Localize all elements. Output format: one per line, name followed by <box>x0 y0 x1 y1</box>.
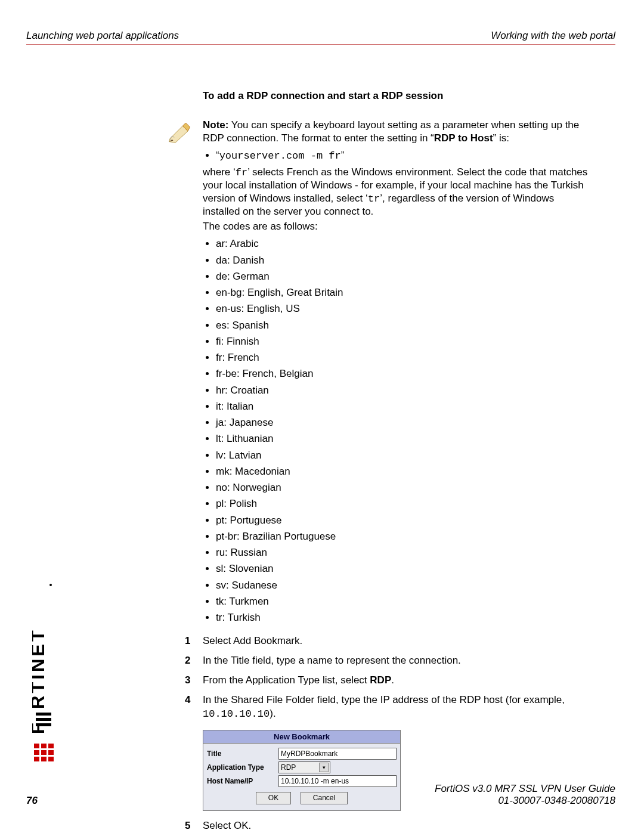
code-list-item: pt-br: Brazilian Portuguese <box>216 530 590 543</box>
code-list-item: sv: Sudanese <box>216 579 590 592</box>
svg-rect-2 <box>48 744 54 748</box>
example-line: “yourserver.com -m fr” <box>216 149 590 162</box>
code-list-item: ar: Arabic <box>216 237 590 250</box>
note-icon <box>167 119 192 144</box>
code-list-item: lt: Lithuanian <box>216 432 590 445</box>
header-left: Launching web portal applications <box>26 30 179 42</box>
code-list-item: es: Spanish <box>216 319 590 332</box>
code-list-item: pl: Polish <box>216 497 590 510</box>
svg-text:F: F <box>32 720 48 734</box>
step-number: 1 <box>185 634 203 648</box>
bm-title-label: Title <box>207 749 278 758</box>
note-text-2: ” is: <box>493 132 509 144</box>
code-list-item: ru: Russian <box>216 546 590 559</box>
svg-rect-1 <box>41 744 47 748</box>
bookmark-header: New Bookmark <box>203 730 400 744</box>
example-code: yourserver.com -m fr <box>219 150 341 162</box>
step-number: 5 <box>185 819 203 833</box>
svg-rect-5 <box>48 750 54 755</box>
step: 4In the Shared File Folder field, type t… <box>185 693 590 721</box>
code-list-item: en-us: English, US <box>216 302 590 315</box>
svg-rect-10 <box>36 713 51 716</box>
code-list-item: mk: Macedonian <box>216 465 590 478</box>
svg-rect-3 <box>34 750 39 755</box>
step-text: In the Shared File Folder field, type th… <box>203 693 590 721</box>
svg-rect-4 <box>41 750 47 755</box>
svg-rect-12 <box>36 723 51 726</box>
step: 3From the Application Type list, select … <box>185 674 590 688</box>
bm-apptype-select[interactable]: RDP ▾ <box>278 761 330 773</box>
footer-guide: FortiOS v3.0 MR7 SSL VPN User Guide <box>435 783 615 795</box>
step-text: Select Add Bookmark. <box>203 634 590 648</box>
section-title: To add a RDP connection and start a RDP … <box>203 89 590 102</box>
header-rule <box>26 44 615 45</box>
bm-title-input[interactable]: MyRDPBookmark <box>278 748 397 760</box>
step-number: 4 <box>185 693 203 721</box>
step-number: 2 <box>185 654 203 668</box>
code-list-item: fi: Finnish <box>216 335 590 348</box>
note-block: Note: You can specify a keyboard layout … <box>203 119 590 628</box>
footer-docnum: 01-30007-0348-20080718 <box>435 795 615 807</box>
code-list-item: no: Norwegian <box>216 481 590 494</box>
bm-apptype-label: Application Type <box>207 763 278 772</box>
code-list-item: hr: Croatian <box>216 384 590 397</box>
step-number: 3 <box>185 674 203 688</box>
step-text: From the Application Type list, select R… <box>203 674 590 688</box>
svg-text:RTINET: RTINET <box>32 628 48 709</box>
fortinet-logo: F RTINET <box>32 573 56 764</box>
header-right: Working with the web portal <box>491 30 615 42</box>
code-list-item: pt: Portuguese <box>216 514 590 527</box>
note-label: Note: <box>203 119 228 131</box>
code-list-item: fr: French <box>216 351 590 364</box>
footer-info: FortiOS v3.0 MR7 SSL VPN User Guide 01-3… <box>435 783 615 807</box>
code-list: ar: Arabicda: Danishde: Germanen-bg: Eng… <box>216 237 590 624</box>
chevron-down-icon: ▾ <box>319 763 329 772</box>
code-list-item: tk: Turkmen <box>216 595 590 608</box>
svg-rect-8 <box>48 757 54 761</box>
code-list-item: fr-be: French, Belgian <box>216 367 590 380</box>
note-text-1: You can specify a keyboard layout settin… <box>203 119 579 143</box>
where-block: where ‘fr’ selects French as the Windows… <box>203 166 590 218</box>
svg-rect-11 <box>36 718 51 721</box>
code-list-item: sl: Slovenian <box>216 562 590 575</box>
svg-rect-0 <box>34 744 39 748</box>
page-number: 76 <box>26 795 38 807</box>
note-bold-rdp: RDP to Host <box>434 132 493 144</box>
step-text: In the Title field, type a name to repre… <box>203 654 590 668</box>
step: 5Select OK. <box>185 819 590 833</box>
step-text: Select OK. <box>203 819 590 833</box>
svg-point-14 <box>49 584 52 586</box>
code-list-item: tr: Turkish <box>216 611 590 624</box>
codes-intro: The codes are as follows: <box>203 220 590 233</box>
step: 2In the Title field, type a name to repr… <box>185 654 590 668</box>
code-list-item: ja: Japanese <box>216 416 590 429</box>
code-list-item: lv: Latvian <box>216 449 590 462</box>
svg-rect-7 <box>41 757 47 761</box>
code-list-item: da: Danish <box>216 254 590 267</box>
code-list-item: it: Italian <box>216 400 590 413</box>
svg-rect-6 <box>34 757 39 761</box>
code-list-item: en-bg: English, Great Britain <box>216 286 590 299</box>
step: 1Select Add Bookmark. <box>185 634 590 648</box>
code-list-item: de: German <box>216 270 590 283</box>
